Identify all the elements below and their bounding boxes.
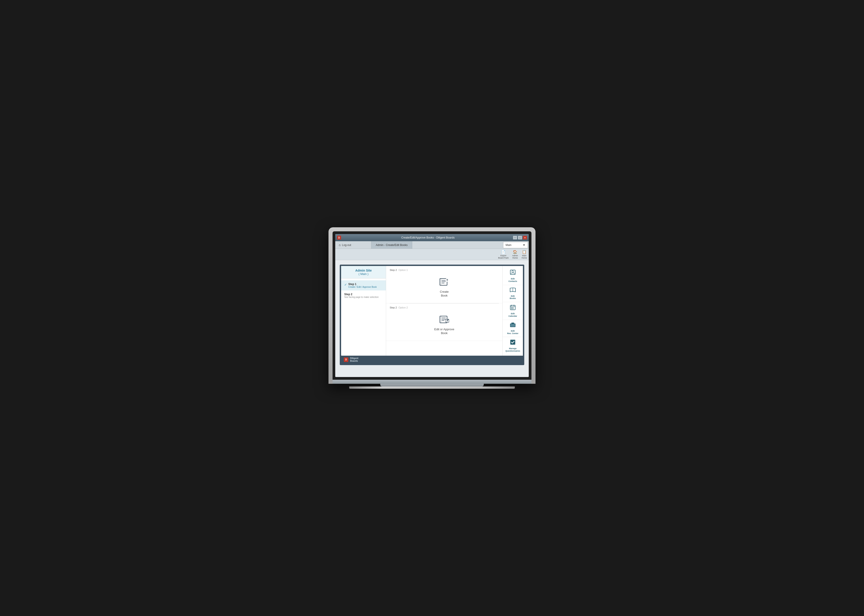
panel-inner: Admin Site ( Main ) ✓ Step 1 Create / Ed… (341, 266, 523, 356)
admin-tab[interactable]: Admin - Create/Edit Books (371, 241, 412, 249)
admin-home-button[interactable]: 🏠 AdminHome (512, 250, 518, 259)
svg-text:+: + (446, 278, 448, 282)
admin-home-label: AdminHome (512, 255, 518, 259)
option2-header: Step 2 Option 2 (386, 303, 503, 310)
window-controls: ─ □ ✕ (513, 236, 527, 239)
step2-title: Step 2 (344, 293, 379, 296)
svg-rect-30 (511, 323, 514, 324)
admin-home-icon: 🏠 (513, 250, 517, 254)
bottom-logo-icon: D (344, 357, 348, 362)
option2-sublabel: Option 2 (399, 306, 408, 309)
export-board-pack-button[interactable]: 📄 ExportBoard Pack (498, 250, 509, 259)
edit-calendar-button[interactable]: EditCalendar (503, 302, 523, 320)
logout-label: Log-out (342, 244, 351, 247)
edit-approve-label: Edit or ApproveBook (434, 328, 454, 335)
edit-res-center-icon (509, 322, 516, 329)
main-home-button[interactable]: 📋 MainHome (522, 250, 527, 259)
create-book-icon: + (440, 278, 449, 288)
edit-res-center-button[interactable]: EditRes. Center (503, 320, 523, 337)
right-sidebar: @ EditContacts (503, 266, 523, 356)
edit-contacts-button[interactable]: @ EditContacts (503, 267, 523, 285)
svg-rect-27 (512, 308, 514, 309)
dropdown-arrow: ▼ (523, 244, 525, 247)
dropdown-label: Main (506, 244, 511, 247)
laptop-stand (380, 384, 484, 387)
site-title: Admin Site (344, 269, 383, 272)
edit-books-button[interactable]: EditBooks (503, 285, 523, 302)
toolbar: 📄 ExportBoard Pack 🏠 AdminHome 📋 MainHom… (335, 249, 529, 260)
option1-header: Step 2 Option 1 (386, 266, 503, 272)
main-dropdown[interactable]: Main ▼ (503, 242, 528, 248)
site-header: Admin Site ( Main ) (341, 266, 386, 278)
step1-title: Step 1 (348, 283, 377, 286)
app-logo-icon: D (337, 236, 341, 240)
menu-bar: ⎋ Log-out Admin - Create/Edit Books Main… (335, 241, 529, 249)
step2-desc: See facing page to make selection (344, 296, 379, 299)
create-book-card[interactable]: + CreateBook (386, 272, 503, 303)
edit-calendar-icon (510, 305, 516, 311)
edit-res-center-label: EditRes. Center (507, 330, 519, 335)
screen: D Create/Edit/Approve Books - Diligent B… (335, 234, 529, 377)
edit-approve-card[interactable]: Edit or ApproveBook (386, 310, 503, 341)
svg-rect-26 (511, 308, 512, 309)
bottom-bar: D Diligent Boards (341, 356, 523, 364)
svg-rect-1 (441, 278, 441, 285)
step1-item[interactable]: ✓ Step 1 Create / Edit / Approve Book (341, 280, 386, 291)
laptop-base (333, 380, 531, 384)
step1-content: Step 1 Create / Edit / Approve Book (348, 283, 377, 288)
main-content: Admin Site ( Main ) ✓ Step 1 Create / Ed… (335, 260, 529, 377)
manage-questionnaires-button[interactable]: ManageQuestionnaires (503, 337, 523, 355)
option2-label: Step 2 (390, 306, 397, 309)
brand-line2: Boards (350, 360, 358, 362)
export-icon: 📄 (501, 250, 506, 254)
svg-rect-29 (511, 324, 515, 327)
logout-icon: ⎋ (339, 243, 341, 247)
middle-section: Step 2 Option 1 (386, 266, 503, 356)
laptop-outer: D Create/Edit/Approve Books - Diligent B… (328, 227, 536, 384)
manage-questionnaires-label: ManageQuestionnaires (505, 347, 520, 352)
svg-rect-8 (441, 316, 441, 323)
step1-check-icon: ✓ (344, 283, 347, 286)
option1-label: Step 2 (390, 269, 397, 271)
left-sidebar: Admin Site ( Main ) ✓ Step 1 Create / Ed… (341, 266, 386, 356)
edit-contacts-icon: @ (509, 269, 516, 277)
step2-content: Step 2 See facing page to make selection (344, 293, 379, 299)
edit-approve-icon (440, 315, 449, 326)
maximize-button[interactable]: □ (518, 236, 522, 239)
screen-bezel: D Create/Edit/Approve Books - Diligent B… (333, 231, 531, 380)
title-bar: D Create/Edit/Approve Books - Diligent B… (335, 234, 529, 241)
bottom-brand: Diligent Boards (350, 357, 358, 362)
svg-rect-24 (511, 307, 512, 308)
edit-books-label: EditBooks (509, 295, 516, 300)
minimize-button[interactable]: ─ (513, 236, 517, 239)
site-subtitle: ( Main ) (344, 272, 383, 276)
step-list: ✓ Step 1 Create / Edit / Approve Book (341, 278, 386, 302)
brand-line1: Diligent (350, 357, 358, 360)
app-panel: Admin Site ( Main ) ✓ Step 1 Create / Ed… (340, 265, 524, 365)
step2-item[interactable]: Step 2 See facing page to make selection (341, 291, 386, 300)
manage-questionnaires-icon (510, 339, 516, 346)
admin-tab-label: Admin - Create/Edit Books (376, 244, 407, 247)
create-book-label: CreateBook (440, 290, 449, 298)
svg-text:@: @ (512, 269, 514, 271)
close-button[interactable]: ✕ (523, 236, 527, 239)
main-home-label: MainHome (522, 255, 527, 259)
laptop-foot (349, 387, 515, 389)
step1-desc: Create / Edit / Approve Book (348, 286, 377, 288)
edit-calendar-label: EditCalendar (509, 313, 517, 317)
main-home-icon: 📋 (522, 250, 527, 254)
logout-button[interactable]: ⎋ Log-out (335, 241, 371, 249)
edit-books-icon (509, 287, 516, 294)
export-label: ExportBoard Pack (498, 255, 509, 259)
edit-contacts-label: EditContacts (509, 278, 517, 283)
window-title: Create/Edit/Approve Books - Diligent Boa… (343, 236, 513, 239)
svg-rect-25 (512, 307, 514, 308)
option1-sublabel: Option 1 (399, 269, 408, 271)
laptop-container: D Create/Edit/Approve Books - Diligent B… (328, 227, 536, 389)
